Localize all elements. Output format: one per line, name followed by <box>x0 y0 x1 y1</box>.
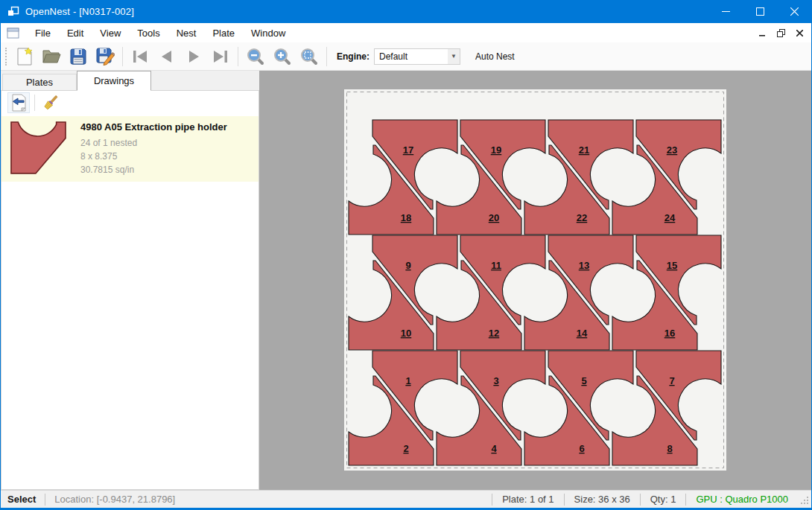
nest-part-label: 16 <box>664 328 675 339</box>
nest-part-label: 8 <box>667 443 672 454</box>
save-icon <box>69 48 87 66</box>
part-thumbnail-shape <box>11 122 66 173</box>
import-drawing-icon <box>10 94 27 112</box>
broom-icon <box>42 94 60 112</box>
zoom-in-button[interactable] <box>269 45 296 68</box>
minimize-button[interactable] <box>708 0 743 23</box>
nest-part-label: 7 <box>669 375 674 386</box>
last-plate-button[interactable] <box>207 45 234 68</box>
main-toolbar: Engine: Default ▼ Auto Nest <box>1 42 811 71</box>
mdi-minimize-icon <box>759 30 766 36</box>
nest-part-label: 18 <box>401 212 411 223</box>
mdi-minimize-button[interactable] <box>756 28 768 38</box>
first-arrow-icon <box>130 48 150 65</box>
nest-part-label: 14 <box>577 328 588 339</box>
toolbar-grip[interactable] <box>5 48 7 66</box>
save-button[interactable] <box>65 45 92 68</box>
window-title: OpenNest - [N0317-002] <box>25 6 134 17</box>
plate-count: Plate: 1 of 1 <box>492 494 563 505</box>
zoom-in-icon <box>273 47 292 66</box>
minimize-icon <box>722 7 730 16</box>
save-edit-icon <box>95 47 115 66</box>
nest-part-label: 5 <box>581 375 586 386</box>
mdi-close-button[interactable] <box>793 28 805 38</box>
plate-qty: Qty: 1 <box>641 494 686 505</box>
nest-canvas[interactable]: 171921231820222491113151012141613572468 <box>259 71 811 490</box>
clear-drawings-button[interactable] <box>39 92 62 113</box>
import-drawing-button[interactable] <box>7 92 30 113</box>
panel-toolbar-separator <box>34 95 35 111</box>
toolbar-separator <box>326 47 327 66</box>
resize-grip[interactable] <box>798 494 810 506</box>
tab-drawings[interactable]: Drawings <box>77 71 151 91</box>
title-bar: OpenNest - [N0317-002] <box>1 0 811 23</box>
save-as-button[interactable] <box>92 45 118 68</box>
drawings-panel: 4980 A05 Extraction pipe holder 24 of 1 … <box>1 90 259 490</box>
nest-part-label: 15 <box>667 260 677 271</box>
document-window-icon <box>7 28 19 39</box>
next-arrow-icon <box>184 48 203 65</box>
engine-value: Default <box>375 51 448 62</box>
drawing-title: 4980 A05 Extraction pipe holder <box>80 121 227 133</box>
menu-edit[interactable]: Edit <box>59 25 92 42</box>
drawing-list-item[interactable]: 4980 A05 Extraction pipe holder 24 of 1 … <box>1 116 258 182</box>
menu-window[interactable]: Window <box>243 25 294 42</box>
nest-part-label: 21 <box>579 144 589 156</box>
mdi-close-icon <box>796 30 803 36</box>
auto-nest-button[interactable]: Auto Nest <box>471 48 519 65</box>
menu-bar: File Edit View Tools Nest Plate Window <box>1 23 811 42</box>
engine-select[interactable]: Default ▼ <box>374 48 460 65</box>
menu-file[interactable]: File <box>27 25 59 42</box>
maximize-icon <box>756 7 764 16</box>
open-button[interactable] <box>38 45 65 68</box>
nest-part-label: 6 <box>579 443 584 454</box>
new-button[interactable] <box>11 45 38 68</box>
drawing-area: 30.7815 sq/in <box>80 163 227 176</box>
cursor-location: Location: [-0.9437, 21.8796] <box>45 494 184 505</box>
mdi-restore-icon <box>777 29 785 37</box>
nest-part-label: 11 <box>491 260 501 271</box>
sidebar-tabs: Plates Drawings <box>1 71 259 91</box>
new-document-icon <box>16 47 34 66</box>
nest-part-label: 4 <box>491 443 497 454</box>
zoom-fit-button[interactable] <box>296 45 323 68</box>
engine-label: Engine: <box>337 51 369 62</box>
plate: 171921231820222491113151012141613572468 <box>344 89 726 471</box>
nest-part-label: 1 <box>405 375 410 386</box>
nest-drawing: 171921231820222491113151012141613572468 <box>344 89 726 471</box>
menu-tools[interactable]: Tools <box>129 25 168 42</box>
menu-nest[interactable]: Nest <box>168 25 205 42</box>
nest-part-label: 23 <box>667 144 677 156</box>
drawing-nested-count: 24 of 1 nested <box>80 136 227 150</box>
mdi-restore-button[interactable] <box>775 28 787 38</box>
app-icon <box>7 6 19 18</box>
nest-part-label: 9 <box>405 260 410 271</box>
maximize-button[interactable] <box>743 0 777 23</box>
nest-part-label: 17 <box>403 144 413 156</box>
nest-part-label: 20 <box>489 212 499 223</box>
menu-plate[interactable]: Plate <box>204 25 243 42</box>
nest-part-label: 10 <box>401 328 411 339</box>
toolbar-separator <box>238 47 238 66</box>
nest-part-label: 22 <box>577 212 587 223</box>
drawings-toolbar <box>1 91 258 114</box>
first-plate-button[interactable] <box>127 45 153 68</box>
nest-part-label: 12 <box>489 328 499 339</box>
nest-part-label: 19 <box>491 144 501 156</box>
menu-view[interactable]: View <box>92 25 129 42</box>
mode-indicator: Select <box>1 494 45 505</box>
nest-part-label: 3 <box>493 375 498 386</box>
nest-part-label: 2 <box>403 443 408 454</box>
gpu-indicator: GPU : Quadro P1000 <box>686 494 798 505</box>
zoom-out-button[interactable] <box>242 45 269 68</box>
sidebar: Plates Drawings <box>1 71 259 490</box>
chevron-down-icon: ▼ <box>448 49 460 64</box>
toolbar-separator <box>122 47 123 66</box>
next-plate-button[interactable] <box>180 45 207 68</box>
previous-plate-button[interactable] <box>153 45 180 68</box>
app-window: OpenNest - [N0317-002] File Edit View To… <box>0 0 812 510</box>
tab-plates[interactable]: Plates <box>2 74 77 91</box>
close-button[interactable] <box>777 0 811 23</box>
previous-arrow-icon <box>157 48 177 65</box>
drawing-dimensions: 8 x 8.375 <box>80 150 227 163</box>
